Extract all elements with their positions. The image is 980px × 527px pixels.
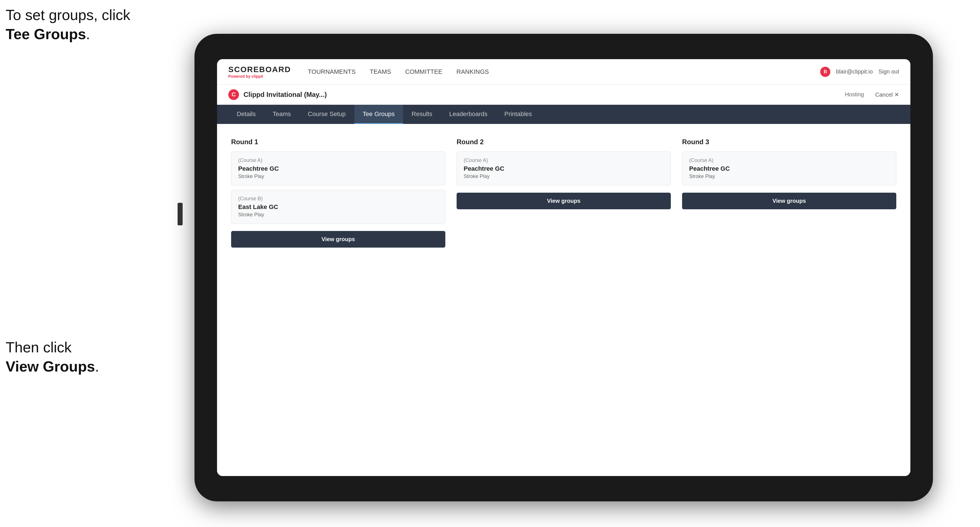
tournament-name: Clippd Invitational (May...) <box>243 91 845 98</box>
round-1-column: Round 1 (Course A) Peachtree GC Stroke P… <box>231 138 445 248</box>
tab-teams[interactable]: Teams <box>264 105 299 124</box>
tablet-device: SCOREBOARD Powered by clippit TOURNAMENT… <box>194 34 933 502</box>
round-2-course-a-name: Peachtree GC <box>464 165 664 172</box>
nav-tournaments[interactable]: TOURNAMENTS <box>308 68 356 76</box>
tab-course-setup[interactable]: Course Setup <box>299 105 354 124</box>
round-2-view-groups-button[interactable]: View groups <box>457 193 671 209</box>
tournament-status: Hosting <box>845 91 864 98</box>
logo-area: SCOREBOARD Powered by clippit <box>228 65 291 79</box>
round-2-course-a-card: (Course A) Peachtree GC Stroke Play <box>457 152 671 185</box>
round-1-course-b-card: (Course B) East Lake GC Stroke Play <box>231 190 445 224</box>
tab-details[interactable]: Details <box>228 105 264 124</box>
round-1-course-b-format: Stroke Play <box>238 212 438 218</box>
tab-printables[interactable]: Printables <box>496 105 540 124</box>
main-content: Round 1 (Course A) Peachtree GC Stroke P… <box>217 124 910 476</box>
round-2-course-a-label: (Course A) <box>464 157 664 163</box>
nav-teams[interactable]: TEAMS <box>370 68 391 76</box>
round-1-course-a-card: (Course A) Peachtree GC Stroke Play <box>231 152 445 185</box>
round-1-course-a-format: Stroke Play <box>238 173 438 179</box>
instruction-top-line1: To set groups, click <box>6 7 130 23</box>
user-email: blair@clippit.io <box>836 68 873 75</box>
nav-links: TOURNAMENTS TEAMS COMMITTEE RANKINGS <box>308 68 820 76</box>
user-avatar: B <box>820 67 830 77</box>
round-2-course-a-format: Stroke Play <box>464 173 664 179</box>
round-1-course-b-name: East Lake GC <box>238 203 438 211</box>
tab-results[interactable]: Results <box>403 105 441 124</box>
sign-out-link[interactable]: Sign out <box>878 68 899 75</box>
round-1-course-a-name: Peachtree GC <box>238 165 438 172</box>
tab-bar: Details Teams Course Setup Tee Groups Re… <box>217 105 910 124</box>
round-2-column: Round 2 (Course A) Peachtree GC Stroke P… <box>457 138 671 209</box>
round-3-course-a-format: Stroke Play <box>689 173 889 179</box>
round-1-course-b-label: (Course B) <box>238 196 438 202</box>
sub-header: C Clippd Invitational (May...) Hosting C… <box>217 84 910 105</box>
round-3-course-a-label: (Course A) <box>689 157 889 163</box>
instruction-top: To set groups, click Tee Groups. <box>6 6 130 44</box>
round-1-course-a-label: (Course A) <box>238 157 438 163</box>
rounds-container: Round 1 (Course A) Peachtree GC Stroke P… <box>231 138 896 248</box>
tablet-screen: SCOREBOARD Powered by clippit TOURNAMENT… <box>217 59 910 476</box>
tab-tee-groups[interactable]: Tee Groups <box>354 105 403 124</box>
scoreboard-logo: SCOREBOARD <box>228 65 291 74</box>
tee-groups-highlight: Tee Groups <box>6 26 86 42</box>
nav-committee[interactable]: COMMITTEE <box>405 68 442 76</box>
cancel-button[interactable]: Cancel ✕ <box>875 91 899 98</box>
top-navigation: SCOREBOARD Powered by clippit TOURNAMENT… <box>217 59 910 84</box>
round-3-course-a-card: (Course A) Peachtree GC Stroke Play <box>682 152 896 185</box>
tournament-icon: C <box>228 89 239 100</box>
round-1-title: Round 1 <box>231 138 445 146</box>
instruction-bottom-line1: Then click <box>6 339 72 356</box>
round-1-view-groups-button[interactable]: View groups <box>231 231 445 248</box>
tab-leaderboards[interactable]: Leaderboards <box>441 105 496 124</box>
round-2-title: Round 2 <box>457 138 671 146</box>
round-3-column: Round 3 (Course A) Peachtree GC Stroke P… <box>682 138 896 209</box>
instruction-bottom: Then click View Groups. <box>6 338 99 376</box>
nav-right: B blair@clippit.io Sign out <box>820 67 899 77</box>
logo-subtitle: Powered by clippit <box>228 74 291 79</box>
tablet-side-button <box>178 203 183 225</box>
round-3-course-a-name: Peachtree GC <box>689 165 889 172</box>
round-3-view-groups-button[interactable]: View groups <box>682 193 896 209</box>
nav-rankings[interactable]: RANKINGS <box>457 68 489 76</box>
round-3-title: Round 3 <box>682 138 896 146</box>
view-groups-highlight: View Groups <box>6 358 95 375</box>
